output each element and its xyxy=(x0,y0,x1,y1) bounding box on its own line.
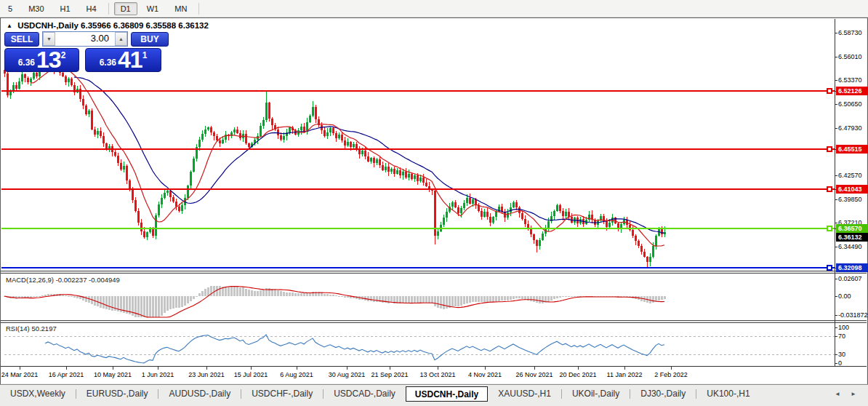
macd-axis-label: -0.031872 xyxy=(838,311,868,319)
tab-scroll-left-icon[interactable]: ◄ xyxy=(835,391,845,397)
price-axis-label: 6.58730 xyxy=(838,29,862,37)
rsi-label: RSI(14) 50.2197 xyxy=(6,325,57,333)
macd-value-main: -0.002237 xyxy=(56,276,87,284)
timeframe-toolbar: 5M30H1H4D1W1MN xyxy=(0,0,868,17)
date-axis-label: 24 Mar 2021 xyxy=(1,371,39,378)
price-axis-label: 6.56010 xyxy=(838,53,862,61)
price-axis-label: 6.39850 xyxy=(838,196,862,204)
timeframe-button-h1[interactable]: H1 xyxy=(54,2,77,15)
macd-value-signal: -0.004949 xyxy=(89,276,120,284)
timeframe-button-mn[interactable]: MN xyxy=(168,2,193,15)
rsi-axis-label: 30 xyxy=(838,351,845,359)
symbol-triangle-icon: ▲ xyxy=(7,23,12,29)
chart-tab-dj30[interactable]: DJ30-,Daily xyxy=(630,386,696,401)
level-price-label: 6.41043 xyxy=(836,185,868,194)
chart-tab-usdx[interactable]: USDX,Weekly xyxy=(0,386,76,401)
date-axis-label: 15 Jul 2021 xyxy=(234,371,268,378)
date-axis-label: 4 Nov 2021 xyxy=(468,371,502,378)
chart-tab-usdchf[interactable]: USDCHF-,Daily xyxy=(241,386,323,401)
rsi-axis-label: 70 xyxy=(838,333,845,341)
volume-input[interactable]: 3.00 xyxy=(55,32,115,46)
chart-tab-eurusd[interactable]: EURUSD-,Daily xyxy=(76,386,158,401)
chart-title-ohlc: 6.35966 6.36809 6.35588 6.36132 xyxy=(81,21,209,30)
toolbar-separator xyxy=(108,3,109,15)
date-axis-label: 11 Jan 2022 xyxy=(607,371,643,378)
date-axis-label: 23 Jun 2021 xyxy=(188,371,225,378)
rsi-value: 50.2197 xyxy=(31,325,56,333)
volume-decrease-button[interactable]: ▼ xyxy=(43,32,55,46)
one-click-trading-panel: SELL ▼ 3.00 ▲ BUY 6.36 13 2 6.36 41 1 xyxy=(4,31,169,72)
macd-title: MACD(12,26,9) xyxy=(6,276,54,284)
timeframe-button-5[interactable]: 5 xyxy=(1,2,19,15)
timeframe-button-w1[interactable]: W1 xyxy=(140,2,166,15)
price-axis-label: 6.53370 xyxy=(838,76,862,84)
date-axis-label: 1 Jun 2021 xyxy=(142,371,174,378)
level-price-label: 6.36570 xyxy=(836,224,868,233)
date-axis-label: 20 Dec 2021 xyxy=(559,371,596,378)
buy-price-prefix: 6.36 xyxy=(100,57,116,68)
date-axis-label: 10 May 2021 xyxy=(94,371,132,378)
volume-increase-button[interactable]: ▲ xyxy=(115,32,127,46)
sell-price-big: 13 xyxy=(36,49,61,71)
price-axis-label: 6.34490 xyxy=(838,243,862,251)
sell-button[interactable]: SELL xyxy=(4,32,39,47)
price-axis-label: 6.42570 xyxy=(838,172,862,180)
date-axis-label: 30 Aug 2021 xyxy=(329,371,366,378)
timeframe-button-d1[interactable]: D1 xyxy=(114,2,137,15)
buy-quote[interactable]: 6.36 41 1 xyxy=(85,48,161,72)
macd-axis-label: 0.00 xyxy=(838,292,851,300)
rsi-axis-label: 100 xyxy=(838,324,849,332)
timeframe-button-h4[interactable]: H4 xyxy=(80,2,103,15)
level-price-label: 6.52126 xyxy=(836,87,868,95)
tab-scroll-right-icon[interactable]: ► xyxy=(851,391,861,397)
rsi-axis-label: 0 xyxy=(838,359,842,367)
sell-quote[interactable]: 6.36 13 2 xyxy=(4,48,79,72)
rsi-title: RSI(14) xyxy=(6,325,30,333)
price-axis-label: 6.47930 xyxy=(838,124,862,132)
symbol-tabbar: USDX,WeeklyEURUSD-,DailyAUDUSD-,DailyUSD… xyxy=(0,384,868,406)
sell-price-prefix: 6.36 xyxy=(18,57,35,68)
tab-scroll-arrows: ◄ ► xyxy=(835,391,861,397)
timeframe-button-m30[interactable]: M30 xyxy=(22,2,50,15)
date-axis-label: 26 Nov 2021 xyxy=(515,371,552,378)
chart-tab-audusd[interactable]: AUDUSD-,Daily xyxy=(158,386,241,401)
sell-price-sup: 2 xyxy=(61,50,66,60)
volume-spinner: ▼ 3.00 ▲ xyxy=(42,31,128,47)
current-price-label: 6.36132 xyxy=(836,233,868,242)
buy-price-big: 41 xyxy=(118,49,142,71)
chart-title-symbol: USDCNH-,Daily xyxy=(17,21,79,30)
date-axis-label: 2 Feb 2022 xyxy=(654,371,688,378)
macd-axis-label: 0.02607 xyxy=(838,275,862,283)
date-axis-label: 13 Oct 2021 xyxy=(419,371,455,378)
chart-tab-usdcad[interactable]: USDCAD-,Daily xyxy=(324,386,406,401)
chart-tab-ukoil[interactable]: UKOil-,Daily xyxy=(562,386,630,401)
price-axis-label: 6.50650 xyxy=(838,100,862,108)
buy-price-sup: 1 xyxy=(142,50,148,60)
chart-tab-uk100[interactable]: UK100-,H1 xyxy=(696,386,760,401)
toolbar-separator xyxy=(198,3,199,15)
buy-button[interactable]: BUY xyxy=(131,32,169,47)
level-price-label: 6.45515 xyxy=(836,145,868,154)
macd-label: MACD(12,26,9) -0.002237 -0.004949 xyxy=(6,276,120,284)
chart-tab-usdcnh[interactable]: USDCNH-,Daily xyxy=(406,386,488,402)
date-axis-label: 6 Aug 2021 xyxy=(280,371,313,378)
date-axis-label: 16 Apr 2021 xyxy=(49,371,84,378)
level-price-label: 6.32098 xyxy=(836,263,868,272)
date-axis-label: 21 Sep 2021 xyxy=(371,371,408,378)
chart-tab-xauusd[interactable]: XAUUSD-,H1 xyxy=(488,386,561,401)
chart-title: ▲ USDCNH-,Daily 6.35966 6.36809 6.35588 … xyxy=(7,21,209,30)
